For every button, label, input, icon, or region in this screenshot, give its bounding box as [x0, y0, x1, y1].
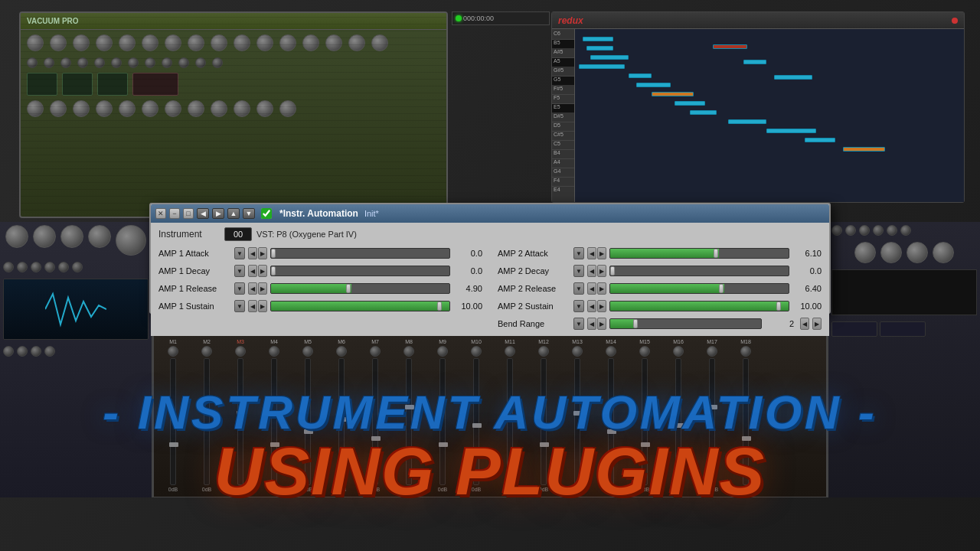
small-knob-12[interactable]	[212, 57, 223, 68]
small-knob-3[interactable]	[60, 57, 71, 68]
br-knob-2[interactable]	[845, 225, 856, 236]
dialog-nav-next[interactable]: ▶	[212, 208, 224, 219]
ch5-knob[interactable]	[302, 346, 313, 357]
bl-knob-6[interactable]	[72, 262, 83, 272]
small-knob-10[interactable]	[178, 57, 189, 68]
knob-11[interactable]	[256, 34, 273, 51]
knob-fine[interactable]	[279, 100, 296, 117]
br-knob-3[interactable]	[859, 225, 870, 236]
ch10-knob[interactable]	[471, 346, 482, 357]
amp2-sustain-slider[interactable]	[609, 301, 789, 311]
small-knob-11[interactable]	[195, 57, 206, 68]
bottom-knob-2[interactable]	[33, 225, 56, 248]
knob-lfo[interactable]	[165, 100, 181, 117]
amp1-release-arrow-right[interactable]: ▶	[258, 282, 267, 295]
knob-lfo2[interactable]	[188, 100, 204, 117]
ch1-knob[interactable]	[168, 346, 178, 357]
knob-6[interactable]	[142, 34, 158, 51]
knob-vco4[interactable]	[96, 100, 113, 117]
ch16-knob[interactable]	[673, 346, 684, 357]
ch9-knob[interactable]	[437, 346, 448, 357]
amp1-decay-arrow-right[interactable]: ▶	[258, 265, 267, 277]
ch4-knob[interactable]	[269, 346, 279, 357]
bl-knob-9[interactable]	[31, 346, 41, 357]
bl-knob-10[interactable]	[44, 346, 55, 357]
amp2-sustain-arrow-right[interactable]: ▶	[597, 300, 606, 312]
instrument-number[interactable]: 00	[224, 227, 252, 241]
dialog-nav-down[interactable]: ▼	[243, 208, 255, 219]
amp1-release-dropdown[interactable]: ▼	[234, 282, 245, 295]
br-main-knob-3[interactable]	[906, 242, 928, 263]
amp2-decay-dropdown[interactable]: ▼	[573, 265, 584, 277]
knob-8[interactable]	[188, 34, 204, 51]
amp1-decay-arrow-left[interactable]: ◀	[248, 265, 257, 277]
amp1-sustain-arrow-right[interactable]: ▶	[258, 300, 267, 312]
bottom-main-knob[interactable]	[116, 225, 146, 256]
bend-range-stepper-right[interactable]: ▶	[812, 318, 822, 330]
knob-4[interactable]	[96, 34, 113, 51]
ch3-knob[interactable]	[235, 346, 246, 357]
bl-knob-7[interactable]	[3, 346, 14, 357]
bottom-knob-4[interactable]	[88, 225, 111, 248]
small-knob-9[interactable]	[162, 57, 172, 68]
ch6-knob[interactable]	[336, 346, 347, 357]
ch7-knob[interactable]	[370, 346, 381, 357]
knob-2[interactable]	[50, 34, 67, 51]
br-main-knob-1[interactable]	[854, 242, 876, 263]
amp2-decay-slider[interactable]	[609, 266, 789, 276]
amp1-release-arrow-left[interactable]: ◀	[248, 282, 257, 295]
dialog-nav-up[interactable]: ▲	[227, 208, 240, 219]
small-knob-5[interactable]	[94, 57, 105, 68]
dialog-minimize-button[interactable]: −	[169, 208, 180, 219]
small-knob-1[interactable]	[27, 57, 38, 68]
br-knob-5[interactable]	[887, 225, 897, 236]
knob-env2[interactable]	[142, 100, 158, 117]
amp2-sustain-arrow-left[interactable]: ◀	[587, 300, 596, 312]
ch13-knob[interactable]	[572, 346, 583, 357]
dialog-close-button[interactable]: ✕	[155, 208, 166, 219]
ch8-knob[interactable]	[403, 346, 414, 357]
br-knob-6[interactable]	[900, 225, 911, 236]
bl-knob-2[interactable]	[17, 262, 28, 272]
br-main-knob-2[interactable]	[880, 242, 902, 263]
amp2-decay-arrow-left[interactable]: ◀	[587, 265, 596, 277]
amp2-attack-slider[interactable]	[609, 248, 789, 259]
amp2-attack-arrow-right[interactable]: ▶	[597, 247, 606, 259]
dialog-restore-button[interactable]: □	[183, 208, 194, 219]
amp2-attack-dropdown[interactable]: ▼	[573, 247, 584, 259]
ch15-knob[interactable]	[639, 346, 650, 357]
small-knob-8[interactable]	[145, 57, 155, 68]
ch18-knob[interactable]	[740, 346, 751, 357]
knob-7[interactable]	[165, 34, 181, 51]
amp2-release-arrow-right[interactable]: ▶	[597, 282, 606, 295]
bl-knob-4[interactable]	[44, 262, 55, 272]
amp1-attack-arrow-right[interactable]: ▶	[258, 247, 267, 259]
small-knob-6[interactable]	[111, 57, 122, 68]
bl-knob-3[interactable]	[31, 262, 41, 272]
small-knob-7[interactable]	[128, 57, 139, 68]
amp2-release-arrow-left[interactable]: ◀	[587, 282, 596, 295]
knob-14[interactable]	[325, 34, 342, 51]
small-knob-4[interactable]	[77, 57, 88, 68]
amp1-sustain-arrow-left[interactable]: ◀	[248, 300, 257, 312]
bl-knob-5[interactable]	[58, 262, 69, 272]
ch17-knob[interactable]	[707, 346, 717, 357]
br-main-knob-4[interactable]	[933, 242, 954, 263]
knob-mod2[interactable]	[234, 100, 250, 117]
knob-16[interactable]	[371, 34, 388, 51]
bl-knob-8[interactable]	[17, 346, 28, 357]
amp1-attack-arrow-left[interactable]: ◀	[248, 247, 257, 259]
bottom-knob-3[interactable]	[60, 225, 83, 248]
bl-knob-1[interactable]	[3, 262, 14, 272]
knob-vco[interactable]	[27, 100, 44, 117]
knob-3[interactable]	[73, 34, 90, 51]
amp1-sustain-dropdown[interactable]: ▼	[234, 300, 245, 312]
knob-1[interactable]	[27, 34, 44, 51]
knob-15[interactable]	[348, 34, 365, 51]
amp2-decay-arrow-right[interactable]: ▶	[597, 265, 606, 277]
knob-9[interactable]	[211, 34, 227, 51]
knob-13[interactable]	[302, 34, 319, 51]
small-knob-2[interactable]	[44, 57, 54, 68]
knob-vco3[interactable]	[73, 100, 90, 117]
bend-range-arrow-right[interactable]: ▶	[597, 318, 606, 330]
